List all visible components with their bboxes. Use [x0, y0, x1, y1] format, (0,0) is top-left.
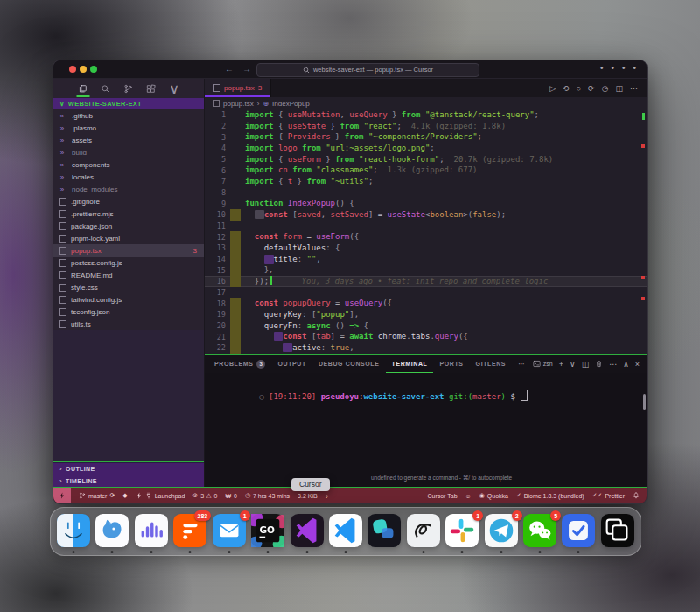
activity-extensions-icon[interactable]	[146, 79, 156, 98]
more-icon[interactable]: ⋯	[630, 84, 638, 93]
tree-folder-locales[interactable]: »locales	[53, 171, 204, 183]
activity-chevron-down-icon[interactable]: ∨	[169, 79, 179, 98]
tree-file-.gitignore[interactable]: .gitignore	[53, 195, 204, 208]
tree-file-package.json[interactable]: package.json	[53, 220, 204, 232]
more-icon[interactable]: ⋯	[609, 360, 617, 369]
titlebar[interactable]: ← → website-saver-ext — popup.tsx — Curs…	[53, 60, 647, 79]
breadcrumb-symbol[interactable]: IndexPopup	[272, 100, 310, 108]
tree-file-postcss.config.js[interactable]: postcss.config.js	[53, 257, 204, 269]
panel-tab-gitlens[interactable]: GITLENS	[470, 355, 513, 373]
outline-section-header[interactable]: › OUTLINE	[53, 462, 204, 475]
tab-popup-tsx[interactable]: popup.tsx 3	[205, 79, 271, 97]
code-line-21[interactable]: 21 const [tab] = await chrome.tabs.query…	[205, 331, 647, 342]
status-biome[interactable]: ✓Biome 1.8.3 (bundled)	[516, 492, 584, 499]
code-line-11[interactable]: 11	[205, 221, 647, 232]
tree-folder-.plasmo[interactable]: ».plasmo	[53, 122, 204, 134]
panel-tab-ports[interactable]: PORTS	[433, 355, 469, 373]
code-line-7[interactable]: 7import { t } from "~utils";	[205, 176, 647, 187]
close-window-button[interactable]	[69, 66, 76, 73]
tree-file-README.md[interactable]: README.md	[53, 269, 204, 281]
explorer-section-header[interactable]: ∨ WEBSITE-SAVER-EXT	[53, 98, 204, 109]
run-icon[interactable]: ▷	[550, 84, 556, 93]
status-remote-indicator[interactable]	[53, 488, 71, 503]
status-cursor-tab[interactable]: Cursor Tab	[427, 493, 457, 499]
breadcrumb[interactable]: popup.tsx › ⊕ IndexPopup	[205, 97, 647, 109]
tree-file-pnpm-lock.yaml[interactable]: pnpm-lock.yaml	[53, 232, 204, 244]
code-editor[interactable]: 1import { useMutation, useQuery } from "…	[205, 109, 647, 354]
close-icon[interactable]: ×	[635, 360, 640, 369]
code-line-18[interactable]: 18 const popupQuery = useQuery({	[205, 298, 647, 309]
tree-folder-node_modules[interactable]: »node_modules	[53, 183, 204, 195]
dock-app-goland[interactable]: GO	[251, 514, 284, 547]
code-line-6[interactable]: 6import cn from "classnames"; 1.3k (gzip…	[205, 165, 647, 176]
timeline-section-header[interactable]: › TIMELINE	[53, 475, 204, 487]
tree-folder-assets[interactable]: »assets	[53, 134, 204, 146]
dock-app-reader[interactable]: 283	[173, 514, 206, 547]
minimize-window-button[interactable]	[80, 66, 87, 73]
settings-gear-icon[interactable]: •	[633, 63, 636, 73]
tree-folder-components[interactable]: »components	[53, 158, 204, 171]
code-line-9[interactable]: 9function IndexPopup() {	[205, 198, 647, 209]
split-editor-icon[interactable]: ◫	[615, 84, 623, 93]
tree-folder-build[interactable]: »build	[53, 146, 204, 158]
chevron-down-icon[interactable]: ∨	[570, 360, 576, 369]
redo-circle-icon[interactable]: ⟳	[588, 84, 595, 93]
nav-back-icon[interactable]: ←	[225, 63, 234, 75]
tree-folder-.github[interactable]: ».github	[53, 109, 204, 122]
panel-tab-terminal[interactable]: TERMINAL	[386, 355, 434, 373]
dock-app-mail[interactable]: 1	[213, 514, 246, 547]
status-notifications-bell[interactable]	[633, 492, 640, 499]
code-line-8[interactable]: 8	[205, 187, 647, 199]
activity-explorer-icon[interactable]	[78, 79, 88, 98]
dock-app-slack[interactable]: 1	[445, 514, 479, 547]
code-line-17[interactable]: 17	[205, 287, 647, 299]
dock-app-fox[interactable]	[95, 514, 129, 547]
code-line-2[interactable]: 2import { useState } from "react"; 4.1k …	[205, 121, 647, 132]
status-file-size[interactable]: 3.2 KiB	[298, 493, 318, 499]
undo-circle-icon[interactable]: ⟲	[563, 84, 570, 93]
code-line-15[interactable]: 15 },	[205, 264, 647, 276]
dock-app-finder[interactable]	[57, 514, 90, 547]
code-line-19[interactable]: 19 queryKey: ["popup"],	[205, 309, 647, 320]
code-line-5[interactable]: 5import { useForm } from "react-hook-for…	[205, 154, 647, 165]
code-line-10[interactable]: 10 const [saved, setSaved] = useState<bo…	[205, 209, 647, 221]
layout-panel-icon[interactable]: •	[611, 63, 614, 73]
dock-app-draw[interactable]	[407, 514, 440, 547]
status-problems-summary[interactable]: ⊘3△0	[192, 492, 217, 499]
dock-app-vscode[interactable]	[329, 514, 362, 547]
terminal[interactable]: ○ [19:11:20] pseudoyu:website-saver-ext …	[205, 373, 647, 487]
status-quokka[interactable]: ◉Quokka	[480, 492, 508, 499]
code-line-3[interactable]: 3import { Providers } from "~components/…	[205, 131, 647, 143]
command-center-search[interactable]: website-saver-ext — popup.tsx — Cursor	[256, 63, 480, 77]
panel-tab-output[interactable]: OUTPUT	[271, 355, 312, 373]
code-line-20[interactable]: 20 queryFn: async () => {	[205, 320, 647, 332]
tree-file-utils.ts[interactable]: utils.ts	[53, 318, 204, 330]
dock-app-telegram[interactable]: 2	[485, 514, 518, 547]
breadcrumb-file[interactable]: popup.tsx	[223, 100, 254, 108]
layout-sidebar-right-icon[interactable]: •	[622, 63, 626, 73]
add-icon[interactable]: +	[559, 360, 564, 369]
status-git-branch[interactable]: master⟳	[79, 492, 115, 499]
code-line-1[interactable]: 1import { useMutation, useQuery } from "…	[205, 109, 647, 121]
status-music-note[interactable]: ♪	[326, 493, 329, 499]
trash-icon[interactable]	[595, 360, 603, 368]
history-icon[interactable]: ◷	[602, 84, 609, 93]
panel-tab-problems[interactable]: PROBLEMS3	[208, 355, 271, 373]
code-line-13[interactable]: 13 defaultValues: {	[205, 243, 647, 254]
record-circle-icon[interactable]: ○	[577, 84, 581, 93]
code-line-22[interactable]: 22 active: true,	[205, 342, 647, 354]
code-line-12[interactable]: 12 const form = useForm({	[205, 231, 647, 243]
dock-app-screenshot[interactable]	[601, 514, 634, 547]
panel-tab-debug-console[interactable]: DEBUG CONSOLE	[312, 355, 386, 373]
tree-file-tsconfig.json[interactable]: tsconfig.json	[53, 306, 204, 318]
dock-app-things[interactable]	[562, 514, 595, 547]
status-smiley[interactable]: ☺	[466, 493, 472, 499]
nav-forward-icon[interactable]: →	[242, 63, 251, 75]
panel-tab-⋯[interactable]: ⋯	[512, 355, 531, 373]
code-line-16[interactable]: 16 }); You, 3 days ago • feat: init repo…	[205, 276, 647, 287]
split-icon[interactable]: ◫	[582, 360, 590, 369]
dock-app-warp[interactable]	[368, 514, 401, 547]
status-wakatime[interactable]: ◷7 hrs 43 mins	[245, 492, 290, 499]
code-line-14[interactable]: 14 title: "",	[205, 254, 647, 265]
status-launchpad[interactable]: Launchpad	[136, 492, 186, 499]
